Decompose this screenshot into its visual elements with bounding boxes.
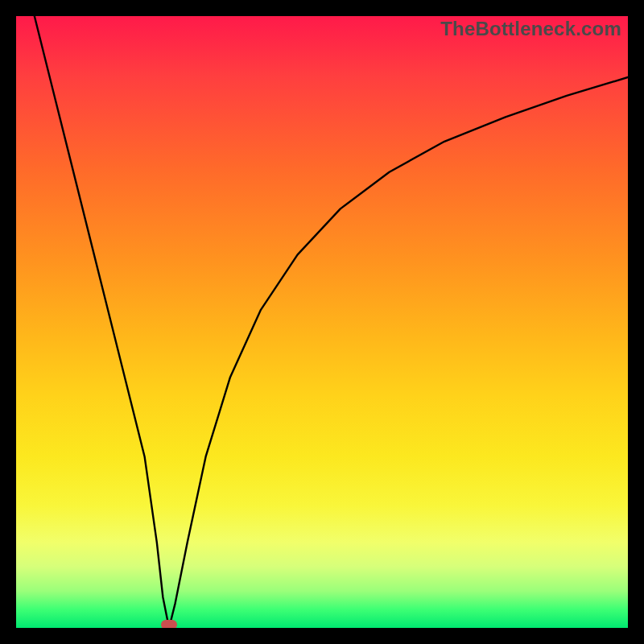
chart-frame: TheBottleneck.com xyxy=(0,0,644,644)
optimum-marker xyxy=(161,620,177,628)
bottleneck-curve xyxy=(16,16,628,628)
curve-path xyxy=(35,16,628,628)
plot-area: TheBottleneck.com xyxy=(16,16,628,628)
